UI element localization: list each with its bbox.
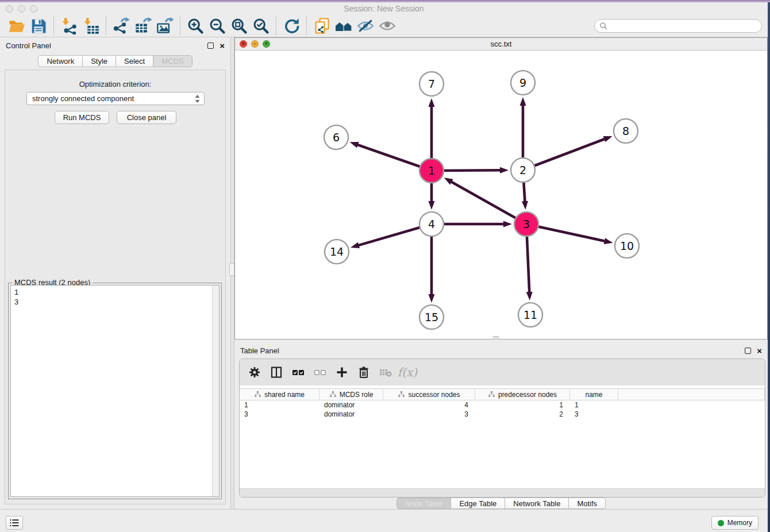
memory-button[interactable]: Memory [711, 516, 759, 530]
graph-node-label: 9 [519, 76, 526, 89]
tab-mcds[interactable]: MCDS [153, 55, 192, 67]
graph-edge-arrowhead [503, 221, 512, 228]
zoom-out-icon[interactable] [206, 16, 228, 36]
toolbar-separator [106, 17, 106, 35]
network-graph[interactable]: 1234678910111415 [235, 51, 767, 339]
memory-label: Memory [727, 519, 752, 527]
cell-mcds-role[interactable]: dominator [319, 400, 383, 410]
import-table-icon[interactable] [80, 16, 102, 36]
graph-node-label: 1 [428, 164, 435, 177]
float-table-panel-icon[interactable] [745, 348, 751, 354]
cell-successor-nodes[interactable]: 4 [383, 400, 475, 410]
settings-gear-icon[interactable] [247, 364, 263, 380]
run-mcds-button[interactable]: Run MCDS [55, 111, 109, 124]
add-column-icon[interactable] [334, 364, 350, 380]
criterion-value: strongly connected component [32, 94, 134, 103]
vertical-splitter-grip[interactable] [229, 263, 234, 276]
tab-network-table[interactable]: Network Table [505, 498, 569, 509]
deselect-all-checkboxes-icon[interactable] [312, 364, 328, 380]
zoom-selected-icon[interactable] [250, 16, 272, 36]
graph-node-label: 2 [519, 164, 526, 176]
clone-network-icon[interactable] [311, 16, 333, 36]
select-all-checkboxes-icon[interactable] [290, 364, 306, 380]
reset-view-icon[interactable] [333, 16, 355, 36]
mcds-result-scrollbar[interactable] [212, 286, 219, 496]
table-toolbar: f(x) [240, 359, 765, 385]
column-header-filler [618, 388, 765, 400]
column-header-shared-name[interactable]: shared name [240, 388, 319, 400]
table-panel-header: Table Panel × [234, 342, 768, 358]
graph-edge[interactable] [451, 182, 526, 224]
graph-node-label: 3 [523, 218, 530, 230]
graph-edge-arrowhead [350, 142, 359, 148]
column-header-name[interactable]: name [570, 388, 618, 400]
close-panel-button[interactable]: Close panel [117, 111, 176, 124]
graph-edge-arrowhead [500, 167, 509, 174]
cell-name[interactable]: 3 [570, 410, 618, 419]
main-toolbar [0, 15, 768, 37]
search-icon [599, 22, 608, 30]
delete-column-trash-icon[interactable] [356, 364, 372, 380]
network-window-titlebar[interactable]: ✕ − + scc.txt [235, 38, 767, 51]
tab-node-table[interactable]: Node Table [396, 498, 452, 509]
graph-node-label: 8 [622, 125, 629, 137]
graph-node-label: 6 [333, 131, 340, 144]
export-table-icon[interactable] [132, 16, 154, 36]
criterion-dropdown[interactable]: strongly connected component [26, 92, 205, 105]
graph-edge-arrowhead [444, 178, 453, 184]
cell-successor-nodes[interactable]: 3 [383, 410, 475, 419]
cell-shared-name[interactable]: 3 [240, 410, 319, 419]
tab-select[interactable]: Select [116, 55, 153, 67]
export-image-icon[interactable] [154, 16, 176, 36]
column-header-mcds-role[interactable]: MCDS role [319, 388, 383, 400]
cell-name[interactable]: 1 [570, 400, 618, 410]
table-row[interactable]: 1 dominator 4 1 1 [240, 400, 765, 410]
split-view-icon[interactable] [268, 364, 284, 380]
graph-edge[interactable] [523, 138, 605, 170]
save-session-icon[interactable] [28, 16, 49, 36]
tab-motifs[interactable]: Motifs [569, 498, 606, 509]
graph-edge-arrowhead [526, 292, 533, 300]
delete-table-icon[interactable] [378, 364, 394, 380]
cell-mcds-role[interactable]: dominator [319, 410, 383, 419]
table-row[interactable]: 3 dominator 3 2 3 [240, 410, 765, 419]
tab-style[interactable]: Style [83, 55, 116, 67]
cell-predecessor-nodes[interactable]: 1 [475, 400, 570, 410]
mcds-result-text[interactable]: 1 3 [10, 285, 220, 497]
apply-layout-icon[interactable] [280, 16, 302, 36]
graph-edge-arrowhead [603, 136, 613, 142]
control-panel-header: Control Panel × [0, 37, 230, 53]
import-network-icon[interactable] [58, 16, 80, 36]
float-panel-icon[interactable] [207, 43, 214, 49]
tab-edge-table[interactable]: Edge Table [451, 498, 505, 509]
toolbar-separator [53, 17, 54, 35]
zoom-fit-icon[interactable] [228, 16, 250, 36]
show-all-icon[interactable] [376, 16, 398, 36]
export-network-icon[interactable] [110, 16, 132, 36]
table-horizontal-scrollbar[interactable] [240, 488, 765, 497]
close-panel-icon[interactable]: × [220, 41, 225, 50]
column-header-successor-nodes[interactable]: successor nodes [383, 388, 475, 400]
close-table-panel-icon[interactable]: × [757, 346, 762, 355]
desktop-strip-right [768, 2, 770, 532]
toolbar-separator [276, 17, 276, 35]
search-input[interactable] [608, 22, 757, 30]
cell-shared-name[interactable]: 1 [240, 400, 319, 410]
graph-edge-arrowhead [351, 242, 360, 249]
app-title: Session: New Session [0, 4, 768, 13]
mcds-result-group: MCDS result (2 nodes) 1 3 [8, 283, 222, 499]
tab-network[interactable]: Network [38, 55, 83, 67]
search-field[interactable] [594, 19, 762, 33]
cell-predecessor-nodes[interactable]: 2 [475, 410, 570, 419]
graph-edge-arrowhead [429, 294, 435, 303]
table-header-row: shared name MCDS role successor nodes pr… [240, 388, 765, 400]
task-history-button[interactable] [6, 516, 23, 530]
zoom-in-icon[interactable] [184, 16, 206, 36]
hide-selected-icon[interactable] [355, 16, 376, 36]
column-header-predecessor-nodes[interactable]: predecessor nodes [475, 388, 570, 400]
graph-edge-arrowhead [429, 98, 435, 107]
open-session-icon[interactable] [6, 16, 28, 36]
graph-node-label: 4 [428, 218, 435, 230]
function-builder-icon[interactable]: f(x) [399, 364, 415, 380]
graph-node-label: 10 [620, 240, 634, 252]
